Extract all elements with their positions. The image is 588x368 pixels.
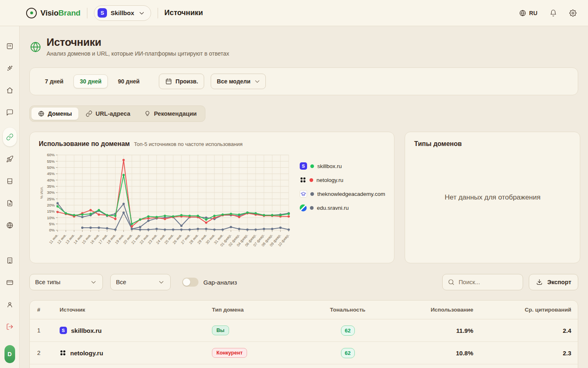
chevron-down-icon — [90, 278, 97, 286]
skillbox-favicon: S — [60, 327, 67, 334]
source-domain[interactable]: skillbox.ru — [71, 327, 102, 334]
page-title: Источники — [47, 36, 229, 49]
legend-item[interactable]: Sskillbox.ru — [300, 162, 385, 170]
user-avatar[interactable]: D — [4, 345, 15, 363]
svg-text:0%: 0% — [49, 228, 55, 232]
svg-text:60%: 60% — [47, 153, 55, 157]
sidebar-bottom-group — [3, 254, 17, 342]
lightbulb-icon — [144, 110, 151, 117]
types-card-title: Типы доменов — [414, 140, 462, 147]
netology-favicon — [300, 177, 306, 183]
sources-table-body: 1Sskillbox.ruВы6211.9%2.42netology.ruКон… — [30, 319, 578, 364]
legend-dot — [310, 206, 314, 210]
sidebar-item-logout[interactable] — [3, 320, 17, 334]
workspace-avatar: S — [98, 8, 107, 18]
globe-icon — [519, 9, 526, 17]
search-field[interactable] — [442, 274, 523, 290]
all-filter-select[interactable]: Все — [110, 274, 171, 290]
topbar-page-title: Источники — [165, 9, 203, 17]
chat-icon — [6, 109, 13, 116]
empty-state-text: Нет данных для отображения — [405, 193, 580, 202]
language-label: RU — [529, 10, 537, 16]
period-90-days-button[interactable]: 90 дней — [112, 74, 146, 88]
sidebar-item-rocket[interactable] — [3, 152, 17, 166]
svg-text:10%: 10% — [47, 215, 55, 220]
legend-label: netology.ru — [316, 177, 343, 183]
legend-item[interactable]: theknowledgeacademy.com — [300, 190, 385, 197]
sidebar-item-link[interactable] — [3, 128, 17, 146]
sources-table: # Источник Тип домена Тональность Исполь… — [29, 300, 578, 368]
svg-text:5%: 5% — [49, 222, 55, 226]
user-icon — [6, 301, 13, 308]
chart-title: Использование по доменам — [39, 140, 130, 148]
credit-card-icon — [6, 279, 13, 286]
table-row[interactable]: 1Sskillbox.ruВы6211.9%2.4 — [30, 319, 578, 342]
link-icon — [86, 110, 92, 117]
divider — [158, 8, 158, 18]
main-content: Источники Анализ доменов и URL, которые … — [20, 26, 588, 368]
model-select[interactable]: Все модели — [211, 74, 266, 89]
col-usage: Использование — [381, 307, 473, 313]
sidebar-item-globe[interactable] — [3, 218, 17, 232]
settings-icon — [569, 9, 577, 17]
tab-urls[interactable]: URL-адреса — [79, 108, 137, 120]
globe-icon — [38, 110, 45, 117]
sidebar-item-kanban[interactable] — [3, 39, 17, 53]
download-icon — [536, 278, 543, 286]
file-icon — [6, 200, 13, 207]
usage-value: 11.9% — [381, 327, 473, 334]
sidebar-item-home[interactable] — [3, 83, 17, 97]
table-controls: Все типы Все Gap-анализ Экспорт — [29, 274, 578, 290]
export-button[interactable]: Экспорт — [529, 274, 578, 290]
skillbox-favicon: S — [300, 162, 307, 170]
sidebar-item-sparkles[interactable] — [3, 61, 17, 75]
domain-type-filter-select[interactable]: Все типы — [29, 274, 103, 290]
gap-analysis-toggle[interactable] — [182, 278, 198, 287]
language-switcher[interactable]: RU — [519, 9, 537, 17]
search-input[interactable] — [459, 279, 512, 285]
sidebar-item-file[interactable] — [3, 196, 17, 210]
link-icon — [6, 133, 13, 141]
gap-analysis-label: Gap-анализ — [203, 279, 237, 286]
table-row[interactable]: 2netology.ruКонкурент6210.8%2.3 — [30, 342, 578, 364]
svg-text:25%: 25% — [47, 197, 55, 201]
sparkles-icon — [6, 65, 13, 72]
settings-button[interactable] — [569, 9, 577, 17]
col-number: # — [37, 307, 60, 313]
brand-logo[interactable]: VisioBrand — [26, 8, 80, 18]
period-30-days-button[interactable]: 30 дней — [74, 74, 107, 88]
period-7-days-button[interactable]: 7 дней — [39, 74, 69, 88]
legend-dot — [310, 178, 313, 182]
logout-icon — [6, 323, 13, 330]
chevron-down-icon — [158, 278, 165, 286]
view-tabs: Домены URL-адреса Рекомендации — [29, 105, 205, 122]
sidebar-item-chat[interactable] — [3, 105, 17, 119]
legend-label: skillbox.ru — [317, 163, 342, 169]
domain-type-badge: Вы — [212, 325, 229, 335]
legend-item[interactable]: edu.sravni.ru — [300, 204, 385, 211]
brand-name: VisioBrand — [40, 9, 80, 18]
sidebar-item-building[interactable] — [3, 254, 17, 267]
sidebar-item-credit-card[interactable] — [3, 276, 17, 289]
tab-recommendations[interactable]: Рекомендации — [138, 108, 203, 120]
sidebar-item-user[interactable] — [3, 298, 17, 312]
tab-domains[interactable]: Домены — [31, 108, 78, 120]
chart-subtitle: Топ-5 источников по частоте использовани… — [134, 141, 243, 147]
tonality-badge: 62 — [341, 348, 355, 358]
sidebar-top-group — [3, 39, 17, 240]
theknowledgeacademy-favicon — [300, 190, 307, 197]
svg-text:15%: 15% — [47, 209, 55, 213]
sidebar-item-box[interactable] — [3, 174, 17, 188]
globe-icon — [6, 222, 13, 229]
page-subtitle: Анализ доменов и URL, которые ИИ-платфор… — [47, 50, 229, 57]
chevron-down-icon — [138, 9, 145, 17]
avg-citations-value: 2.3 — [473, 350, 571, 357]
legend-item[interactable]: netology.ru — [300, 177, 385, 183]
custom-period-button[interactable]: Произв. — [159, 74, 204, 89]
notifications-button[interactable] — [550, 9, 557, 17]
source-domain[interactable]: netology.ru — [70, 350, 103, 357]
workspace-name: Skillbox — [111, 9, 134, 16]
legend-dot — [310, 192, 314, 196]
workspace-selector[interactable]: S Skillbox — [94, 5, 151, 21]
box-icon — [6, 177, 13, 185]
